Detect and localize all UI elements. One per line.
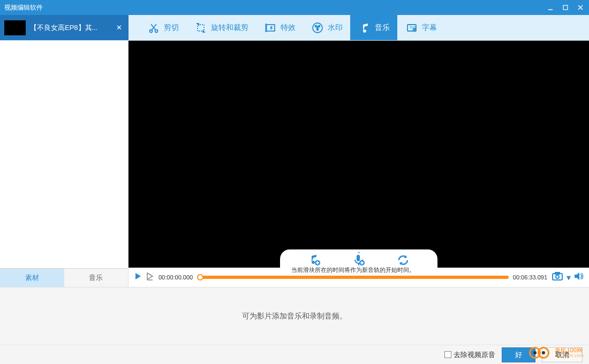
music-icon bbox=[358, 21, 372, 35]
titlebar: 视频编辑软件 bbox=[0, 0, 589, 15]
timeline-track[interactable] bbox=[197, 276, 509, 279]
svg-point-5 bbox=[155, 29, 158, 32]
tool-rotate-crop[interactable]: 旋转和裁剪 bbox=[186, 15, 256, 40]
volume-button[interactable]: ▾ bbox=[567, 272, 571, 283]
stop-button[interactable] bbox=[146, 272, 154, 283]
scissors-icon bbox=[147, 21, 161, 35]
maximize-button[interactable] bbox=[561, 3, 570, 12]
timeline-handle[interactable] bbox=[197, 274, 203, 280]
rotate-crop-icon bbox=[194, 21, 208, 35]
sidebar-tab-music[interactable]: 音乐 bbox=[64, 269, 129, 287]
footer: 去除视频原音 好 取消 单机100网 danji100.com bbox=[0, 345, 589, 364]
svg-marker-39 bbox=[575, 272, 579, 280]
svg-marker-18 bbox=[317, 27, 318, 28]
tool-label: 旋转和裁剪 bbox=[211, 23, 248, 33]
timeline-hint: 当前滑块所在的时间将作为新音轨的开始时间。 bbox=[291, 266, 415, 274]
refresh-button[interactable] bbox=[396, 253, 411, 268]
svg-point-13 bbox=[266, 31, 267, 32]
tool-music[interactable]: 音乐 bbox=[350, 15, 397, 40]
svg-rect-26 bbox=[357, 255, 360, 261]
file-thumbnail bbox=[4, 20, 26, 35]
ok-button[interactable]: 好 bbox=[502, 347, 535, 362]
close-button[interactable] bbox=[576, 3, 585, 12]
tool-effects[interactable]: 特效 bbox=[256, 15, 303, 40]
sidebar-content bbox=[0, 41, 128, 268]
record-audio-button[interactable] bbox=[351, 253, 366, 268]
svg-point-17 bbox=[317, 28, 319, 30]
watermark-icon bbox=[311, 21, 324, 35]
tools: 剪切 旋转和裁剪 特效 水印 音乐 SUBT 字幕 bbox=[129, 15, 589, 40]
total-time: 00:06:33.091 bbox=[513, 274, 547, 280]
window-controls bbox=[546, 3, 585, 12]
current-time: 00:00:00.000 bbox=[158, 274, 193, 280]
tool-label: 剪切 bbox=[164, 23, 179, 33]
sidebar-tabs: 素材 音乐 bbox=[0, 268, 128, 287]
bottom-panel: 可为影片添加音乐和录制音频。 bbox=[0, 287, 589, 345]
file-name: 【不良女高EP8】其... bbox=[30, 23, 114, 33]
play-controls bbox=[134, 272, 154, 283]
svg-line-7 bbox=[151, 24, 156, 30]
chevron-down-icon[interactable]: ⌄ bbox=[357, 248, 361, 254]
play-button[interactable] bbox=[134, 272, 142, 283]
tool-subtitle[interactable]: SUBT 字幕 bbox=[397, 15, 444, 40]
tool-label: 水印 bbox=[328, 23, 343, 33]
svg-point-15 bbox=[315, 25, 317, 27]
video-preview[interactable] bbox=[129, 41, 589, 268]
svg-marker-34 bbox=[147, 273, 153, 279]
panel-message: 可为影片添加音乐和录制音频。 bbox=[242, 312, 347, 321]
svg-point-10 bbox=[266, 24, 267, 25]
minimize-button[interactable] bbox=[546, 3, 555, 12]
svg-marker-33 bbox=[135, 273, 141, 279]
sidebar-tab-material[interactable]: 素材 bbox=[0, 269, 64, 287]
svg-point-12 bbox=[266, 28, 267, 29]
add-music-button[interactable] bbox=[307, 253, 322, 268]
svg-point-4 bbox=[150, 29, 153, 32]
tool-label: 音乐 bbox=[375, 23, 390, 33]
checkbox-icon[interactable] bbox=[444, 351, 451, 358]
remove-audio-checkbox-wrap[interactable]: 去除视频原音 bbox=[444, 350, 495, 360]
sidebar: 素材 音乐 bbox=[0, 41, 129, 287]
tool-label: 特效 bbox=[281, 23, 296, 33]
tool-label: 字幕 bbox=[422, 23, 437, 33]
subtitle-icon: SUBT bbox=[405, 21, 419, 35]
svg-point-37 bbox=[556, 275, 559, 278]
svg-line-6 bbox=[152, 24, 157, 30]
window-title: 视频编辑软件 bbox=[4, 3, 546, 12]
tool-cut[interactable]: 剪切 bbox=[139, 15, 186, 40]
right-controls: ▾ bbox=[552, 271, 584, 283]
timeline-track-wrap: 当前滑块所在的时间将作为新音轨的开始时间。 bbox=[197, 276, 509, 279]
main-area: 素材 音乐 ⌄ 00:00:00.000 当前滑块所在的时间将作为新音轨的开始时… bbox=[0, 41, 589, 287]
snapshot-button[interactable] bbox=[552, 271, 563, 283]
tool-watermark[interactable]: 水印 bbox=[303, 15, 350, 40]
speaker-icon[interactable] bbox=[574, 272, 584, 283]
toolbar-row: 【不良女高EP8】其... ✕ 剪切 旋转和裁剪 特效 水印 音乐 SUBT 字… bbox=[0, 15, 589, 41]
svg-point-11 bbox=[266, 26, 267, 27]
file-tab[interactable]: 【不良女高EP8】其... ✕ bbox=[0, 15, 129, 40]
cancel-button[interactable]: 取消 bbox=[542, 347, 583, 362]
checkbox-label: 去除视频原音 bbox=[454, 350, 495, 360]
file-close-icon[interactable]: ✕ bbox=[114, 24, 124, 32]
svg-point-16 bbox=[319, 25, 320, 27]
effects-icon bbox=[263, 21, 277, 35]
timeline-bar: 00:00:00.000 当前滑块所在的时间将作为新音轨的开始时间。 00:06… bbox=[129, 268, 589, 287]
svg-rect-1 bbox=[563, 5, 568, 10]
preview-area: ⌄ 00:00:00.000 当前滑块所在的时间将作为新音轨的开始时间。 00:… bbox=[129, 41, 589, 287]
